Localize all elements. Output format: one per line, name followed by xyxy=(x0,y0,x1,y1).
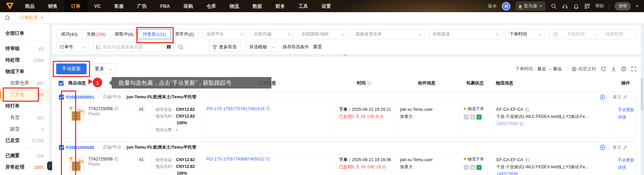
note-button[interactable]: 备注 xyxy=(613,144,627,150)
menu-item-finance[interactable]: 财务 xyxy=(269,0,292,12)
sidebar-group-to-print[interactable]: 待打单 xyxy=(5,100,44,112)
menu-item-warehouse[interactable]: 仓库 xyxy=(200,0,223,12)
menu-item-service[interactable]: 客服 xyxy=(107,0,130,12)
tracking-number-link[interactable]: 146327840 xyxy=(496,120,524,127)
status-tab-abnormal[interactable]: 异常件(2) xyxy=(171,29,199,39)
tab-order-processing[interactable]: 订单处理 × xyxy=(15,12,48,23)
menu-item-data[interactable]: 数据 xyxy=(246,0,269,12)
row-checkbox[interactable] xyxy=(59,95,64,100)
select-all-checkbox[interactable] xyxy=(59,81,64,86)
question-circle-icon[interactable] xyxy=(367,81,372,85)
sidebar-item-pending-review[interactable]: 待审核83 xyxy=(5,43,44,54)
sidebar-item-own-warehouse[interactable]: 自营仓库392 xyxy=(5,77,44,89)
sidebar-item-in-stock[interactable]: 有货162 xyxy=(5,112,44,123)
save-filter-link[interactable]: 保存筛选条件 xyxy=(283,44,309,50)
status-tab-success[interactable]: 成功(43) xyxy=(56,29,82,39)
manual-update-button[interactable]: 手动更新 xyxy=(56,64,87,74)
sidebar-item-out-of-stock[interactable]: 缺货3 xyxy=(5,123,44,135)
copy-icon[interactable] xyxy=(266,107,270,111)
manual-update-link[interactable]: 手动更新 xyxy=(618,106,637,114)
admin-account-button[interactable]: 管理 xyxy=(615,2,631,10)
country-select[interactable]: 全部国家/地区 xyxy=(297,29,348,39)
filter-template-button[interactable]: 筛选模板 xyxy=(245,42,279,52)
status-tab-failed[interactable]: 失败(206) xyxy=(82,29,110,39)
status-tab-fetching[interactable]: 获取中(4) xyxy=(110,29,138,39)
sidebar-item-all-orders[interactable]: 全部订单 xyxy=(5,28,44,39)
search-type-select[interactable]: 订单号 xyxy=(56,42,89,52)
copy-icon[interactable] xyxy=(114,107,118,111)
date-range-picker[interactable]: 开始时间 ~ 结束时间 xyxy=(549,29,637,39)
custom-columns-button[interactable]: 自定义列 xyxy=(572,66,596,72)
time-type-select[interactable]: 下单时间 xyxy=(506,29,545,39)
more-filters-button[interactable]: 更多筛选 xyxy=(208,42,241,52)
batch-search-icon[interactable] xyxy=(96,45,101,50)
sidebar-item-shipped[interactable]: 已发货17293 xyxy=(5,135,44,146)
row-checkbox[interactable] xyxy=(59,145,64,150)
collapse-filter-chevron-icon[interactable] xyxy=(343,54,347,56)
warehouse-select[interactable]: 选择发货仓库 xyxy=(352,29,424,39)
manual-update-link[interactable]: 手动更新 xyxy=(618,156,637,164)
sidebar-item-on-hold[interactable]: 已搁置729 xyxy=(5,150,44,161)
order-id-link[interactable]: P20B3400088 xyxy=(66,145,94,150)
label-doc-icon[interactable]: ▤ xyxy=(470,165,475,170)
search-input[interactable] xyxy=(103,45,164,50)
headset-icon[interactable] xyxy=(562,3,568,9)
help-circle-icon[interactable] xyxy=(621,66,626,72)
channel-select[interactable]: 全部渠道 xyxy=(429,29,502,39)
menu-item-products[interactable]: 商品 xyxy=(18,0,41,12)
copy-icon[interactable] xyxy=(525,108,529,112)
sidebar-item-third-party-warehouse[interactable]: 三方仓386 xyxy=(0,89,49,100)
product-image[interactable] xyxy=(69,156,85,173)
sidebar-collapse-handle[interactable]: ‹ xyxy=(47,161,52,170)
exact-match-toggle[interactable]: 精 xyxy=(166,44,171,50)
reset-filter-link[interactable]: 重置 xyxy=(313,44,322,50)
detail-link[interactable]: 详情 xyxy=(618,114,637,121)
log-list-icon[interactable]: ≡ xyxy=(464,115,469,120)
copy-icon[interactable] xyxy=(266,157,270,161)
end-date-field[interactable]: 结束时间 xyxy=(596,31,632,37)
sync-check-icon[interactable]: ✓ xyxy=(476,165,482,170)
copy-icon[interactable] xyxy=(525,158,529,162)
status-tab-to-update[interactable]: 待更新(131) xyxy=(138,29,171,39)
plus-circle-icon[interactable] xyxy=(600,145,605,150)
sort-order-indicator[interactable]: 下单时间：最近 → 最远 xyxy=(515,66,562,72)
brand-logo-icon[interactable] xyxy=(5,1,15,11)
more-actions-button[interactable]: 更多 xyxy=(90,64,116,74)
order-id-link[interactable]: P20B3400091 xyxy=(66,95,94,100)
po-number-link[interactable]: PO-175-17557757617481524 xyxy=(206,106,270,111)
apps-grid-icon[interactable] xyxy=(584,3,590,9)
menu-item-fba[interactable]: FBA xyxy=(153,0,177,12)
notification-bell-icon[interactable] xyxy=(573,3,579,9)
home-tab-button[interactable] xyxy=(0,12,15,23)
chevron-down-icon[interactable] xyxy=(636,5,639,7)
platform-select[interactable]: 全部平台 xyxy=(203,29,246,39)
sidebar-group-logistics-order[interactable]: 物流下单 xyxy=(5,66,44,77)
menu-item-vc[interactable]: VC xyxy=(87,0,107,12)
tracking-number-link[interactable]: 146327839 xyxy=(496,171,518,175)
copy-icon[interactable] xyxy=(114,157,118,161)
sync-check-icon[interactable]: ✓ xyxy=(476,115,482,120)
close-icon[interactable]: × xyxy=(41,15,43,20)
note-button[interactable]: 备注 xyxy=(613,94,627,100)
vertical-scrollbar[interactable] xyxy=(641,78,643,173)
fullscreen-icon[interactable] xyxy=(631,66,637,72)
sidebar-item-exception[interactable]: 异常处理1597 xyxy=(5,161,44,173)
menu-item-settings[interactable]: 设置 xyxy=(315,0,338,12)
menu-item-ads[interactable]: 广告 xyxy=(130,0,153,12)
search-icon[interactable] xyxy=(551,3,557,9)
menu-item-orders[interactable]: 订单 xyxy=(64,0,87,12)
menu-item-sales[interactable]: 销售 xyxy=(41,0,64,12)
version-link[interactable]: 版本 xyxy=(488,3,497,9)
start-date-field[interactable]: 开始时间 xyxy=(558,31,594,37)
help-link[interactable]: 帮助 xyxy=(595,3,604,9)
product-image[interactable] xyxy=(69,106,85,122)
menu-item-logistics[interactable]: 物流 xyxy=(223,0,246,12)
ai-assistant-button[interactable]: AI xyxy=(502,2,510,10)
sidebar-item-pending-process[interactable]: 待处理1250 xyxy=(5,54,44,66)
detail-link[interactable]: 详情 xyxy=(618,164,637,171)
menu-item-purchase[interactable]: 采购 xyxy=(177,0,200,12)
scrollbar-thumb[interactable] xyxy=(641,78,643,111)
marketplace-switcher[interactable]: a 亚马逊 xyxy=(515,1,546,11)
label-doc-icon[interactable]: ▤ xyxy=(470,115,475,120)
po-number-link[interactable]: PO-175-17557749667405022 xyxy=(206,156,270,161)
